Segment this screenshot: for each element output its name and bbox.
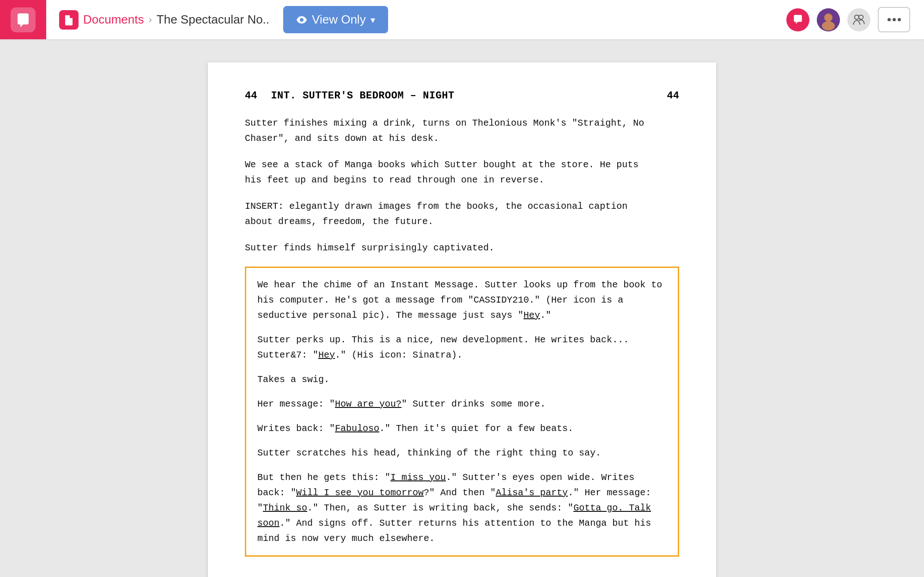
scene-heading: INT. SUTTER'S BEDROOM – NIGHT (271, 90, 454, 102)
avatar-svg (817, 8, 840, 31)
users-button[interactable] (847, 8, 870, 31)
more-button[interactable] (878, 7, 910, 32)
breadcrumb-document-title: The Spectacular No.. (157, 12, 269, 27)
navbar: Documents › The Spectacular No.. View On… (0, 0, 924, 39)
chat-button[interactable] (786, 8, 809, 31)
eye-icon (296, 14, 307, 25)
highlighted-block-4: Her message: "How are you?" Sutter drink… (257, 396, 667, 412)
highlighted-block-1: We hear the chime of an Instant Message.… (257, 277, 667, 323)
logo-svg (15, 12, 31, 28)
scene-number-right: 44 (667, 90, 679, 102)
svg-point-2 (822, 21, 835, 30)
highlighted-block-6: Sutter scratches his head, thinking of t… (257, 445, 667, 461)
highlighted-block-5: Writes back: "Fabuloso." Then it's quiet… (257, 421, 667, 436)
breadcrumb-documents[interactable]: Documents (83, 12, 144, 27)
app-logo (0, 0, 46, 39)
view-only-button[interactable]: View Only ▾ (283, 6, 388, 33)
document-icon (59, 10, 79, 30)
users-icon (852, 13, 865, 26)
chat-icon (792, 14, 804, 26)
user-avatar[interactable] (817, 8, 840, 31)
highlighted-block-2: Sutter perks up. This is a nice, new dev… (257, 332, 667, 363)
logo-icon (11, 7, 36, 32)
breadcrumb-separator: › (149, 14, 152, 26)
dot1 (888, 18, 891, 21)
selection-box: We hear the chime of an Instant Message.… (245, 267, 679, 557)
dropdown-chevron: ▾ (371, 14, 375, 25)
action-block-2: We see a stack of Manga books which Sutt… (245, 157, 679, 188)
action-block-3: INSERT: elegantly drawn images from the … (245, 199, 679, 229)
highlighted-block-7: But then he gets this: "I miss you." Sut… (257, 470, 667, 546)
document-page: 44 INT. SUTTER'S BEDROOM – NIGHT 44 Sutt… (208, 62, 716, 577)
nav-right (786, 7, 924, 32)
dot3 (898, 18, 901, 21)
view-only-label: View Only (312, 12, 366, 27)
breadcrumb: Documents › The Spectacular No.. (83, 12, 269, 27)
nav-left: Documents › The Spectacular No.. View On… (46, 6, 786, 33)
svg-point-1 (824, 13, 833, 22)
scene-number-left: 44 (245, 90, 257, 102)
highlighted-block-3: Takes a swig. (257, 372, 667, 387)
scene-heading-row: 44 INT. SUTTER'S BEDROOM – NIGHT 44 (245, 90, 679, 102)
main-content: 44 INT. SUTTER'S BEDROOM – NIGHT 44 Sutt… (0, 39, 924, 577)
dot2 (893, 18, 896, 21)
doc-svg (63, 14, 74, 25)
action-block-1: Sutter finishes mixing a drink, turns on… (245, 115, 679, 146)
action-block-4: Sutter finds himself surprisingly captiv… (245, 240, 679, 255)
